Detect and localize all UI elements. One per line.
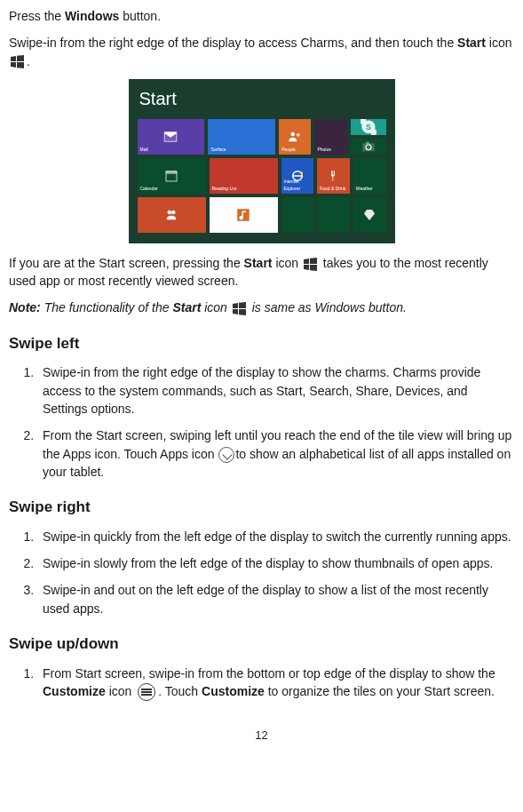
tile-readinglist[interactable]: Reading List xyxy=(210,158,278,194)
heading-swipe-updown: Swipe up/down xyxy=(9,633,514,656)
tile-misc1[interactable] xyxy=(317,197,350,233)
svg-rect-7 xyxy=(166,171,177,174)
tile-mail[interactable]: Mail xyxy=(138,119,205,155)
tile-ie[interactable]: Internet Explorer xyxy=(281,158,314,194)
start-screen-figure: Start Mail Surface People Photos xyxy=(9,79,514,243)
tile-games[interactable] xyxy=(138,197,206,233)
svg-text:S: S xyxy=(365,123,370,131)
customize-icon xyxy=(138,683,155,701)
note: Note: The functionality of the Start ico… xyxy=(9,299,514,316)
tile-food[interactable]: Food & Drink xyxy=(317,158,350,194)
tile-people[interactable]: People xyxy=(279,119,311,155)
heading-swipe-left: Swipe left xyxy=(9,333,514,355)
tile-weather[interactable]: Weather xyxy=(353,158,386,194)
svg-rect-5 xyxy=(366,142,369,144)
svg-point-0 xyxy=(291,132,296,137)
swipe-right-item-2: Swipe-in slowly from the left edge of th… xyxy=(37,554,514,572)
start-icon xyxy=(304,258,318,271)
tile-surface[interactable]: Surface xyxy=(208,119,275,155)
tile-apps[interactable] xyxy=(353,197,386,233)
swipe-ud-item-1: From Start screen, swipe-in from the bot… xyxy=(37,665,514,702)
swipe-left-item-1: Swipe-in from the right edge of the disp… xyxy=(37,363,514,418)
swipe-right-item-3: Swipe-in and out on the left edge of the… xyxy=(37,581,514,617)
after-p1: If you are at the Start screen, pressing… xyxy=(9,254,514,291)
start-icon xyxy=(233,302,247,315)
heading-swipe-right: Swipe right xyxy=(9,497,514,519)
apps-down-icon xyxy=(218,447,234,463)
tile-calendar[interactable]: Calendar xyxy=(138,158,206,194)
tile-music[interactable] xyxy=(210,197,278,233)
svg-point-10 xyxy=(171,211,176,215)
svg-point-9 xyxy=(168,211,172,215)
svg-point-1 xyxy=(297,133,300,137)
page-number: 12 xyxy=(9,728,514,744)
tile-skype[interactable]: S xyxy=(351,119,386,135)
tile-video[interactable] xyxy=(281,197,314,233)
start-title: Start xyxy=(139,86,386,112)
swipe-left-item-2: From the Start screen, swiping left unti… xyxy=(37,426,514,481)
start-icon xyxy=(11,55,25,68)
swipe-right-item-1: Swipe-in quickly from the left edge of t… xyxy=(37,528,514,545)
intro-p2: Swipe-in from the right edge of the disp… xyxy=(9,34,514,70)
tile-photos[interactable]: Photos xyxy=(314,119,346,155)
tile-camera[interactable] xyxy=(351,139,386,155)
intro-p1: Press the Windows button. xyxy=(9,7,514,25)
